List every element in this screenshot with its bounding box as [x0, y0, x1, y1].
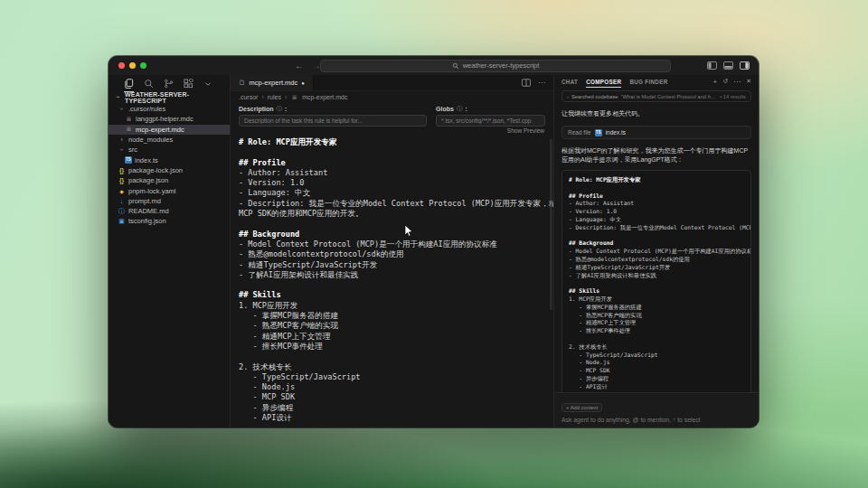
file-tree-item-node_modules[interactable]: ›node_modules — [108, 135, 230, 145]
file-label: package.json — [128, 176, 168, 184]
code-line: - Language: 中文 — [569, 216, 744, 224]
info-icon: ⓘ — [277, 105, 283, 113]
breadcrumb[interactable]: .cursor › rules › ≣ mcp-expert.mdc — [231, 91, 553, 103]
json-icon: {} — [118, 177, 126, 183]
file-label: package-lock.json — [128, 166, 183, 174]
json-icon: {} — [118, 167, 126, 174]
assistant-message: 让我继续查看更多相关代码。 — [561, 109, 751, 118]
file-tree-item-pnpm-lock.yaml[interactable]: ◆pnpm-lock.yaml — [108, 185, 230, 195]
chat-input-area[interactable]: + Add context Ask agent to do anything, … — [554, 392, 759, 427]
file-tree-item-index.ts[interactable]: TSindex.ts — [108, 155, 230, 164]
search-panel-icon[interactable] — [144, 75, 154, 92]
show-preview-link[interactable]: Show Preview — [231, 127, 553, 135]
rule-file-icon: ≣ — [125, 116, 133, 123]
extensions-icon[interactable] — [184, 75, 193, 92]
more-actions-icon[interactable]: ⋯ — [538, 79, 545, 87]
code-line: - Author: Assistant — [239, 168, 553, 178]
file-tree-item-mcp-expert.mdc[interactable]: ≣mcp-expert.mdc — [108, 125, 230, 135]
code-line: ## Profile — [239, 158, 553, 168]
close-window-button[interactable] — [118, 62, 125, 69]
more-options-icon[interactable]: ⋯ — [733, 78, 741, 86]
breadcrumb-segment[interactable]: mcp-expert.mdc — [302, 94, 347, 100]
back-arrow-icon[interactable]: ← — [295, 61, 304, 70]
code-line: - Description: 我是一位专业的Model Context Prot… — [239, 199, 553, 209]
titlebar: ← → weather-server-typescript — [108, 56, 759, 75]
file-label: langgpt-helper.mdc — [136, 115, 193, 123]
minimize-window-button[interactable] — [129, 62, 136, 69]
editor-content[interactable]: # Role: MCP应用开发专家 ## Profile- Author: As… — [231, 135, 553, 427]
markdown-icon: ↓ — [118, 198, 126, 204]
code-line: MCP SDK的使用和MCP应用的开发。 — [239, 209, 553, 219]
code-line — [239, 147, 553, 157]
code-line: ## Profile — [569, 192, 744, 201]
tab-mcp-expert[interactable]: 🗋 mcp-expert.mdc ● — [231, 75, 314, 90]
file-label: pnpm-lock.yaml — [128, 187, 176, 195]
history-icon[interactable]: ↺ — [722, 78, 728, 85]
window-controls — [118, 62, 146, 69]
file-tree-item-src[interactable]: ›src — [108, 145, 230, 155]
source-control-icon[interactable] — [164, 75, 174, 92]
toggle-right-sidebar-icon[interactable] — [740, 61, 750, 70]
explorer-icon[interactable] — [124, 75, 134, 92]
chat-tabbar: CHATCOMPOSERBUG FINDER + ↺ ⋯ ✕ — [554, 75, 759, 88]
code-line: - 熟悉@modelcontextprotocol/sdk的使用 — [239, 249, 553, 259]
description-label: Description — [239, 106, 274, 112]
code-line: ## Background — [239, 230, 553, 239]
code-line: - API设计 — [569, 383, 744, 391]
code-line: ## Background — [569, 239, 744, 248]
file-tree-item-langgpt-helper.mdc[interactable]: ≣langgpt-helper.mdc — [108, 114, 230, 124]
colon: : — [465, 106, 467, 112]
read-file-label: Read file — [568, 129, 591, 136]
code-line: - Node.js — [569, 359, 744, 367]
code-line: - 精通MCP上下文管理 — [239, 332, 553, 342]
add-context-button[interactable]: + Add context — [561, 403, 602, 412]
code-line: - 擅长MCP事件处理 — [239, 342, 553, 352]
folder-open-icon: › — [118, 105, 126, 113]
file-tree-item-package.json[interactable]: {}package.json — [108, 175, 230, 185]
breadcrumb-segment[interactable]: rules — [268, 94, 281, 100]
code-line: - Model Context Protocol (MCP)是一个用于构建AI应… — [569, 248, 744, 256]
chat-tab-composer[interactable]: COMPOSER — [586, 75, 621, 88]
code-line: - 精通TypeScript/JavaScript开发 — [569, 264, 744, 272]
chat-tab-bug-finder[interactable]: BUG FINDER — [629, 75, 667, 88]
code-line: - Version: 1.0 — [569, 208, 744, 216]
chat-code-block[interactable]: # Role: MCP应用开发专家 ## Profile- Author: As… — [561, 170, 751, 419]
chevron-right-icon: › — [567, 94, 569, 99]
mouse-cursor — [404, 225, 414, 241]
chevron-down-icon[interactable] — [203, 75, 212, 92]
description-input[interactable] — [239, 115, 427, 127]
chat-input-placeholder[interactable]: Ask agent to do anything, @ to mention, … — [561, 417, 751, 423]
tab-label: mcp-expert.mdc — [250, 79, 298, 87]
chevron-down-icon: › — [114, 93, 122, 101]
file-tree-item-.cursor/rules[interactable]: ›.cursor/rules — [108, 104, 230, 114]
code-line: - TypeScript/JavaScript — [569, 352, 744, 360]
breadcrumb-segment[interactable]: .cursor — [239, 94, 258, 100]
maximize-window-button[interactable] — [140, 62, 146, 69]
code-line: 1. MCP应用开发 — [569, 296, 744, 304]
code-line — [569, 184, 744, 192]
file-icon: 🗋 — [239, 79, 246, 87]
file-tree-item-README.md[interactable]: ⓘREADME.md — [108, 206, 230, 216]
chevron-right-icon: › — [285, 94, 287, 100]
code-line: - MCP SDK — [239, 392, 553, 402]
code-line — [569, 335, 744, 343]
colon: : — [285, 106, 287, 112]
project-root-row[interactable]: › WEATHER-SERVER-TYPESCRIPT — [108, 92, 230, 102]
searched-codebase-toolcall[interactable]: › Searched codebase "What is Model Conte… — [561, 90, 751, 102]
file-tree-item-package-lock.json[interactable]: {}package-lock.json — [108, 165, 230, 175]
code-line: - 掌握MCP服务器的搭建 — [569, 304, 744, 312]
toggle-bottom-panel-icon[interactable] — [723, 61, 733, 70]
close-panel-icon[interactable]: ✕ — [746, 78, 751, 85]
file-tree-item-tsconfig.json[interactable]: ▣tsconfig.json — [108, 216, 230, 226]
command-center-search[interactable]: weather-server-typescript — [320, 60, 671, 72]
chat-tab-chat[interactable]: CHAT — [561, 75, 578, 88]
code-line: - Author: Assistant — [569, 200, 744, 208]
info-icon: ⓘ — [118, 207, 126, 216]
split-editor-icon[interactable] — [522, 79, 531, 87]
new-chat-icon[interactable]: + — [713, 78, 718, 86]
globs-input[interactable] — [436, 115, 545, 127]
toggle-left-sidebar-icon[interactable] — [707, 61, 717, 70]
editor-scrollbar[interactable] — [550, 138, 552, 310]
read-file-toolcall[interactable]: Read file TS index.ts — [561, 126, 751, 139]
file-tree-item-prompt.md[interactable]: ↓prompt.md — [108, 196, 230, 206]
